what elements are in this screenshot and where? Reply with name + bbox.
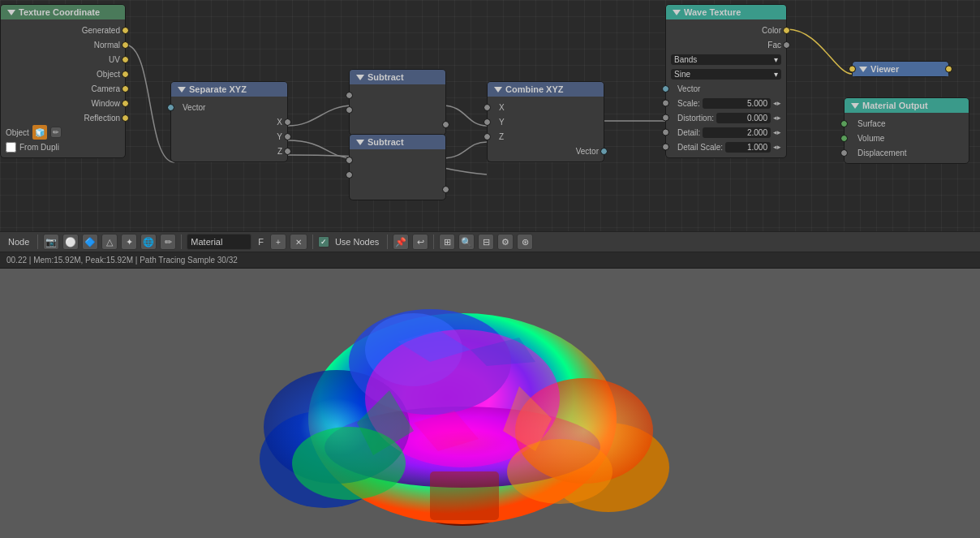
socket-volume-in[interactable] bbox=[840, 135, 848, 142]
collapse-triangle[interactable] bbox=[356, 75, 364, 80]
node-editor[interactable]: Texture Coordinate Generated Normal UV O… bbox=[0, 0, 980, 231]
object-icon[interactable]: 🧊 bbox=[32, 125, 47, 140]
material-input[interactable] bbox=[187, 234, 251, 250]
socket-y-out[interactable] bbox=[284, 133, 291, 140]
status-text: 00.22 | Mem:15.92M, Peak:15.92M | Path T… bbox=[6, 256, 238, 265]
socket-generated[interactable] bbox=[122, 27, 129, 34]
input-detail-scale[interactable]: Detail Scale: 1.000 ◂▸ bbox=[666, 140, 786, 154]
object-icon[interactable]: 🔷 bbox=[82, 234, 98, 250]
remove-material-btn[interactable]: ✕ bbox=[290, 234, 307, 250]
from-dupli-checkbox[interactable] bbox=[6, 142, 16, 153]
scene-icon[interactable]: 🌐 bbox=[140, 234, 157, 250]
collapse-triangle[interactable] bbox=[356, 140, 364, 145]
node-wave-texture[interactable]: Wave Texture Color Fac Bands ▾ Sine ▾ bbox=[665, 4, 787, 158]
socket-viewer-in[interactable] bbox=[849, 66, 856, 73]
checkbox-box[interactable]: ✓ bbox=[318, 236, 329, 247]
input-detail[interactable]: Detail: 2.000 ◂▸ bbox=[666, 125, 786, 140]
pen-icon[interactable]: ✏ bbox=[160, 234, 176, 250]
socket-vector-out[interactable] bbox=[600, 148, 608, 155]
socket-scale-in[interactable] bbox=[662, 100, 669, 107]
socket-detail-scale-in[interactable] bbox=[662, 144, 669, 151]
sine-dropdown[interactable]: Sine ▾ bbox=[671, 69, 781, 80]
node-material-output[interactable]: Material Output Surface Volume Displacem… bbox=[844, 97, 969, 164]
node-subtract-1[interactable]: Subtract bbox=[349, 69, 446, 136]
socket-displacement-in[interactable] bbox=[840, 149, 848, 157]
input-distortion[interactable]: Distortion: 0.000 ◂▸ bbox=[666, 110, 786, 125]
socket-vector-in[interactable] bbox=[167, 104, 174, 111]
socket-fac-out[interactable] bbox=[783, 41, 790, 49]
node-sep-xyz-body: Vector X Y Z bbox=[171, 97, 287, 161]
mesh-icon[interactable]: △ bbox=[101, 234, 118, 250]
socket-vector-in[interactable] bbox=[662, 85, 669, 93]
output-uv: UV bbox=[1, 52, 125, 67]
sub2-out bbox=[350, 182, 445, 196]
dropdown-bands[interactable]: Bands ▾ bbox=[666, 52, 786, 67]
add-material-btn[interactable]: + bbox=[270, 234, 286, 250]
socket-detail-in[interactable] bbox=[662, 129, 669, 136]
collapse-triangle[interactable] bbox=[859, 67, 867, 72]
input-surface: Surface bbox=[845, 116, 969, 131]
output-z: Z bbox=[171, 144, 287, 158]
socket-window[interactable] bbox=[122, 100, 129, 107]
socket-in2[interactable] bbox=[346, 171, 353, 179]
socket-in2[interactable] bbox=[346, 106, 353, 114]
collapse-triangle[interactable] bbox=[851, 103, 859, 109]
node-comb-header: Combine XYZ bbox=[488, 82, 604, 97]
history-icon[interactable]: ↩ bbox=[412, 234, 428, 250]
dropdown-sine[interactable]: Sine ▾ bbox=[666, 67, 786, 81]
material-icon[interactable]: ⚪ bbox=[62, 234, 79, 250]
input-scale[interactable]: Scale: 5.000 ◂▸ bbox=[666, 96, 786, 110]
collapse-triangle[interactable] bbox=[494, 87, 502, 93]
viewport[interactable] bbox=[0, 269, 980, 538]
socket-distortion-in[interactable] bbox=[662, 114, 669, 122]
output-fac: Fac bbox=[666, 37, 786, 52]
collapse-triangle[interactable] bbox=[7, 10, 15, 15]
node-viewer[interactable]: Viewer bbox=[852, 61, 949, 77]
input-vector: Vector bbox=[666, 81, 786, 96]
toolbar: Node 📷 ⚪ 🔷 △ ✦ 🌐 ✏ F + ✕ ✓ Use Nodes 📌 ↩… bbox=[0, 231, 980, 252]
node-comb-body: X Y Z Vector bbox=[488, 97, 604, 161]
node-sub1-body bbox=[350, 84, 445, 135]
socket-camera[interactable] bbox=[122, 85, 129, 93]
output-vector: Vector bbox=[488, 144, 604, 158]
use-nodes-label: Use Nodes bbox=[332, 237, 382, 247]
node-subtract-2[interactable]: Subtract bbox=[349, 134, 446, 200]
grid-icon[interactable]: ⊟ bbox=[478, 234, 494, 250]
node-combine-xyz[interactable]: Combine XYZ X Y Z Vector bbox=[487, 81, 604, 162]
separator4 bbox=[387, 235, 388, 249]
settings-icon[interactable]: ⚙ bbox=[497, 234, 514, 250]
zoom-icon[interactable]: 🔍 bbox=[458, 234, 475, 250]
render-icon[interactable]: 📷 bbox=[43, 234, 59, 250]
collapse-triangle[interactable] bbox=[673, 10, 681, 15]
socket-out[interactable] bbox=[442, 186, 449, 193]
socket-normal[interactable] bbox=[122, 41, 129, 49]
socket-in1[interactable] bbox=[346, 157, 353, 164]
socket-z-out[interactable] bbox=[284, 148, 291, 155]
socket-viewer-out[interactable] bbox=[945, 66, 952, 73]
particle-icon[interactable]: ✦ bbox=[121, 234, 137, 250]
socket-uv[interactable] bbox=[122, 56, 129, 63]
node-view-icon[interactable]: ⊞ bbox=[439, 234, 455, 250]
node-wave-header: Wave Texture bbox=[666, 5, 786, 19]
pin-icon[interactable]: 📌 bbox=[393, 234, 409, 250]
socket-reflection[interactable] bbox=[122, 114, 129, 122]
eyedropper-icon[interactable]: ✏ bbox=[50, 127, 62, 138]
extra-icon[interactable]: ⊛ bbox=[517, 234, 533, 250]
output-generated: Generated bbox=[1, 23, 125, 37]
collapse-triangle[interactable] bbox=[178, 87, 186, 93]
socket-x-out[interactable] bbox=[284, 118, 291, 126]
use-nodes-checkbox[interactable]: ✓ Use Nodes bbox=[318, 236, 382, 247]
socket-y-in[interactable] bbox=[484, 118, 491, 126]
output-reflection: Reflection bbox=[1, 110, 125, 125]
node-texcoord[interactable]: Texture Coordinate Generated Normal UV O… bbox=[0, 4, 126, 158]
node-sep-xyz[interactable]: Separate XYZ Vector X Y Z bbox=[170, 81, 288, 162]
socket-out[interactable] bbox=[442, 121, 449, 128]
f-label: F bbox=[255, 237, 267, 247]
socket-in1[interactable] bbox=[346, 92, 353, 99]
socket-object-out[interactable] bbox=[122, 71, 129, 78]
socket-surface-in[interactable] bbox=[840, 120, 848, 127]
socket-color-out[interactable] bbox=[783, 27, 790, 34]
socket-x-in[interactable] bbox=[484, 104, 491, 111]
socket-z-in[interactable] bbox=[484, 133, 491, 140]
bands-dropdown[interactable]: Bands ▾ bbox=[671, 54, 781, 65]
